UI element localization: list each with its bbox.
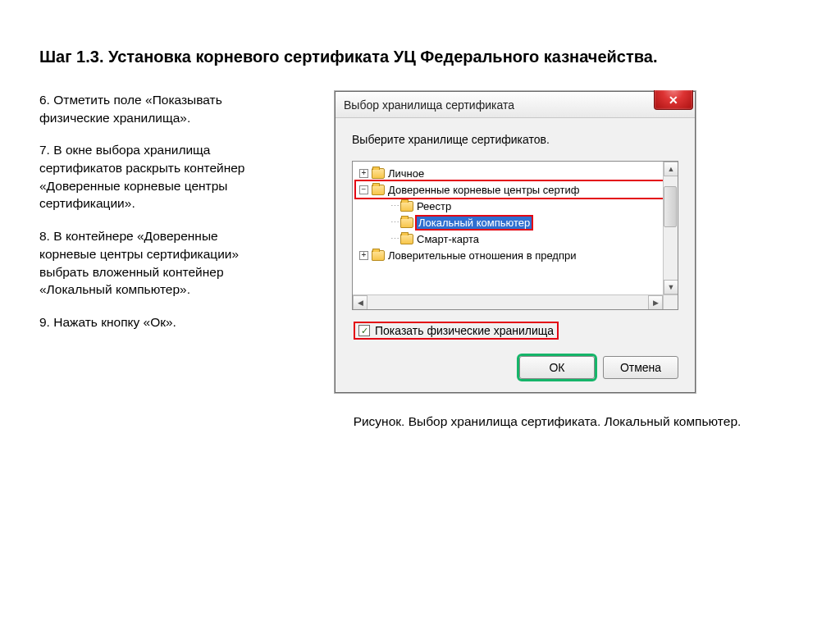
- expand-icon[interactable]: +: [359, 251, 368, 260]
- ok-button[interactable]: ОК: [519, 356, 595, 379]
- certificate-store-dialog: Выбор хранилища сертификата ✕ Выберите х…: [335, 91, 696, 393]
- folder-icon: [372, 185, 385, 195]
- folder-icon: [400, 217, 413, 228]
- expand-icon[interactable]: +: [359, 169, 368, 178]
- tree-label: Локальный компьютер: [417, 217, 532, 229]
- checkmark-icon: ✓: [358, 325, 370, 336]
- store-tree[interactable]: + Личное − Доверенные корневые центры се…: [352, 161, 678, 310]
- step-9: 9. Нажать кнопку «Ок».: [39, 313, 277, 331]
- tree-item-local-computer[interactable]: ⋯ Локальный компьютер: [356, 214, 676, 231]
- tree-item-trusted-root[interactable]: − Доверенные корневые центры сертиф: [356, 181, 676, 198]
- titlebar[interactable]: Выбор хранилища сертификата ✕: [336, 92, 695, 118]
- scroll-up-icon[interactable]: ▲: [664, 162, 678, 176]
- tree-connector-icon: ⋯: [390, 234, 399, 244]
- tree-item-trust-relations[interactable]: + Ловерительные отношения в предпри: [356, 247, 676, 263]
- close-button[interactable]: ✕: [654, 90, 693, 110]
- tree-label: Реестр: [417, 200, 451, 212]
- step-list: 6. Отметить поле «Показывать физические …: [39, 91, 294, 346]
- dialog-title: Выбор хранилища сертификата: [344, 98, 514, 112]
- folder-icon: [372, 250, 385, 261]
- cancel-button[interactable]: Отмена: [603, 356, 678, 379]
- folder-icon: [400, 201, 413, 212]
- scroll-down-icon[interactable]: ▼: [664, 280, 678, 294]
- collapse-icon[interactable]: −: [359, 185, 368, 194]
- checkbox-label: Показать физические хранилища: [375, 324, 554, 337]
- tree-label: Смарт-карта: [417, 233, 479, 245]
- close-icon: ✕: [669, 94, 678, 107]
- dialog-instruction: Выберите хранилище сертификатов.: [352, 133, 678, 146]
- step-8: 8. В контейнере «Доверенные корневые цен…: [39, 227, 277, 299]
- tree-connector-icon: ⋯: [390, 201, 399, 212]
- tree-label: Личное: [388, 167, 424, 180]
- step-7: 7. В окне выбора хранилища сертификатов …: [39, 141, 277, 212]
- page-title: Шаг 1.3. Установка корневого сертификата…: [39, 46, 679, 68]
- folder-icon: [400, 234, 413, 244]
- scroll-left-icon[interactable]: ◀: [353, 295, 368, 310]
- tree-item-personal[interactable]: + Личное: [356, 165, 676, 181]
- scroll-thumb[interactable]: [664, 186, 677, 227]
- scrollbar-corner: [663, 294, 678, 309]
- show-physical-stores-checkbox[interactable]: ✓ Показать физические хранилища: [355, 323, 557, 338]
- folder-icon: [372, 168, 385, 179]
- step-6: 6. Отметить поле «Показывать физические …: [39, 91, 277, 126]
- tree-item-registry[interactable]: ⋯ Реестр: [356, 198, 676, 214]
- tree-connector-icon: ⋯: [390, 217, 399, 228]
- tree-item-smart-card[interactable]: ⋯ Смарт-карта: [356, 231, 676, 247]
- horizontal-scrollbar[interactable]: ◀ ▶: [353, 294, 663, 309]
- tree-label: Ловерительные отношения в предпри: [388, 249, 576, 262]
- figure-caption: Рисунок. Выбор хранилища сертификата. Ло…: [294, 413, 801, 431]
- vertical-scrollbar[interactable]: ▲ ▼: [663, 162, 678, 294]
- tree-label: Доверенные корневые центры сертиф: [388, 184, 579, 196]
- scroll-right-icon[interactable]: ▶: [648, 295, 663, 310]
